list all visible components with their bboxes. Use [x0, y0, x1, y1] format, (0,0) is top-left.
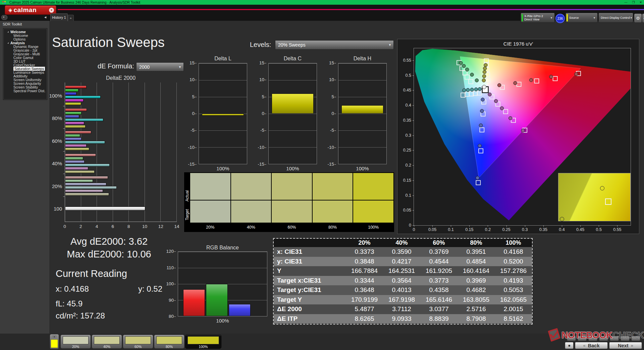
sidebar-item-additivity[interactable]: Additivity [3, 74, 47, 78]
swatch-column-label: 40% [231, 223, 271, 231]
sweep-level-button-40%[interactable]: 40% [92, 335, 122, 349]
axis-tick [63, 106, 65, 106]
axis-tick [580, 225, 581, 227]
tab-history-1[interactable]: History 1 [50, 13, 68, 21]
cie-measured-circle-yellow [482, 74, 486, 78]
cie-diagram-plot: 00.050.10.150.20.250.30.350.40.450.50.55… [414, 48, 631, 226]
x-tick-label: 0 [63, 224, 66, 229]
cie-measured-circle-cyan [470, 88, 474, 91]
expander-icon[interactable] [7, 31, 9, 33]
calman-menu-button[interactable]: ◈ calman ▾ [5, 5, 56, 15]
sidebar-item-dynamic-range[interactable]: Dynamic Range [3, 45, 47, 48]
deltae-bar-red [65, 154, 96, 157]
rgb-bar-green [206, 284, 228, 316]
sweep-level-button-100%[interactable]: 100% [185, 335, 221, 349]
table-cell: 0.4168 [495, 247, 532, 257]
y-tick-label: 0 [331, 111, 334, 116]
collapse-toolbar-icon[interactable]: ◀ [642, 13, 644, 23]
source-status-stripe [567, 14, 568, 21]
chevron-down-icon: ▼ [593, 16, 596, 19]
sweep-level-button-80%[interactable]: 80% [154, 335, 184, 349]
deltae-chart: 100%80%60%40%20%100 [65, 82, 177, 222]
sidebar-item-spectral-power-dist-[interactable]: Spectral Power Dist. [3, 89, 47, 93]
sidebar-item-colorchecker[interactable]: ColorChecker [3, 63, 47, 67]
sidebar-item-saturation-sweeps[interactable]: Saturation Sweeps [3, 67, 47, 70]
meter-dropdown[interactable]: X-Rite i1Pro 2Direct View ▼ [521, 13, 555, 23]
y-tick-label: 15 [259, 60, 264, 65]
actual-target-swatch-panel: Actual Target 20%40%60%80%100% [184, 172, 394, 232]
table-row-label: Target y:CIE31 [274, 285, 346, 295]
chevron-down-icon: ▼ [178, 65, 181, 69]
sidebar-item-screen-uniformity[interactable]: Screen Uniformity [3, 78, 47, 81]
cie-measured-circle-blue [480, 109, 484, 113]
layout-toggle-button[interactable] [1, 15, 7, 20]
cie-target-square-green [465, 75, 469, 79]
y-tick-label: 0 [192, 111, 195, 116]
y-tick-label: 10 [329, 77, 334, 82]
sidebar-item-screen-stability[interactable]: Screen Stability [3, 85, 47, 89]
add-tab-button[interactable]: + [68, 15, 74, 21]
close-icon[interactable]: ✕ [639, 1, 642, 4]
chevron-down-icon[interactable]: ▾ [49, 8, 54, 13]
axis-tick [413, 105, 414, 106]
display-control-dropdown[interactable]: Direct Display Control ▼ [598, 13, 633, 23]
sidebar-item-grayscale-2pt[interactable]: Grayscale - 2pt [3, 48, 47, 52]
delta-l-y-axis: 151050-5-10-15 [183, 63, 197, 164]
swatch-column-80%: 80% [313, 173, 353, 231]
sidebar-item-analysis[interactable]: Analysis [3, 41, 47, 45]
sweep-level-button-20%[interactable]: 20% [60, 335, 91, 349]
source-dropdown[interactable]: Source ▼ [566, 13, 598, 23]
deltae-group-label: 100 [54, 206, 62, 212]
chevron-up-icon: ▲ [52, 335, 57, 338]
deltae-bar-cyan [65, 186, 117, 189]
de-formula-dropdown[interactable]: 2000▼ [136, 62, 184, 71]
axis-tick [195, 114, 197, 114]
levels-label: Levels: [250, 41, 271, 49]
sweep-level-button-60%[interactable]: 60% [123, 335, 153, 349]
delta-h-x-label: 100% [338, 166, 387, 171]
table-cell: 3.0377 [420, 304, 458, 314]
window-title: Calman 2025 Calman Ultimate for Business… [9, 1, 140, 4]
table-cell: 161.9205 [420, 266, 458, 276]
cie-measured-circle-yellow [484, 63, 487, 67]
cie-x-tick-label: 0.5 [596, 227, 601, 232]
sidebar-item-3d-lut[interactable]: 3D LUT [3, 59, 47, 63]
sidebar-item-welcome[interactable]: Welcome [3, 34, 47, 37]
levels-dropdown[interactable]: 20% Sweeps▼ [275, 40, 394, 50]
sweep-level-swatch [187, 336, 219, 344]
cie-x-tick-label: 0.15 [465, 227, 473, 232]
target-swatch [231, 200, 271, 223]
cie-target-square-red [534, 79, 539, 83]
swatch-column-label: 20% [190, 223, 230, 231]
cie-target-square-blue [480, 128, 484, 132]
axis-tick [174, 316, 176, 317]
expander-icon[interactable] [7, 42, 9, 44]
swatch-column-label: 60% [272, 223, 312, 231]
sweep-level-label: 40% [92, 345, 122, 349]
meter-status-stripe [522, 14, 523, 21]
delta-c-x-label: 100% [268, 166, 317, 171]
target-swatch [313, 200, 353, 223]
gear-icon[interactable]: ⚙ [634, 13, 642, 23]
chevron-down-icon: ▼ [388, 43, 391, 47]
axis-tick [195, 97, 197, 97]
swatch-columns: 20%40%60%80%100% [190, 173, 393, 231]
axis-tick [174, 268, 176, 268]
sidebar-item-welcome[interactable]: Welcome [3, 30, 47, 34]
swatch-collapse-button[interactable]: ▲ [50, 334, 59, 349]
deltae-bar-magenta [65, 167, 88, 170]
calman-diamond-icon: ◈ [8, 7, 12, 13]
sidebar-item-luminance-sweeps[interactable]: Luminance Sweeps [3, 70, 47, 74]
sidebar-collapse-icon[interactable]: ◀ [43, 15, 48, 19]
sidebar-item-color-gamut[interactable]: Color Gamut [3, 56, 47, 59]
sidebar-item-grayscale-multi[interactable]: Grayscale - Multi [3, 52, 47, 56]
sidebar-item-options[interactable]: Options [3, 37, 47, 41]
sidebar-item-screen-angularity[interactable]: Screen Angularity [3, 81, 47, 85]
swatch-column-60%: 60% [272, 173, 312, 231]
axis-tick [413, 75, 414, 76]
cie-measured-circle-blue [481, 98, 484, 101]
minimize-icon[interactable]: — [624, 1, 627, 4]
maximize-icon[interactable]: ❐ [632, 1, 635, 4]
deltae-x-axis: 02468101214 [65, 224, 177, 229]
app-icon [2, 1, 7, 4]
